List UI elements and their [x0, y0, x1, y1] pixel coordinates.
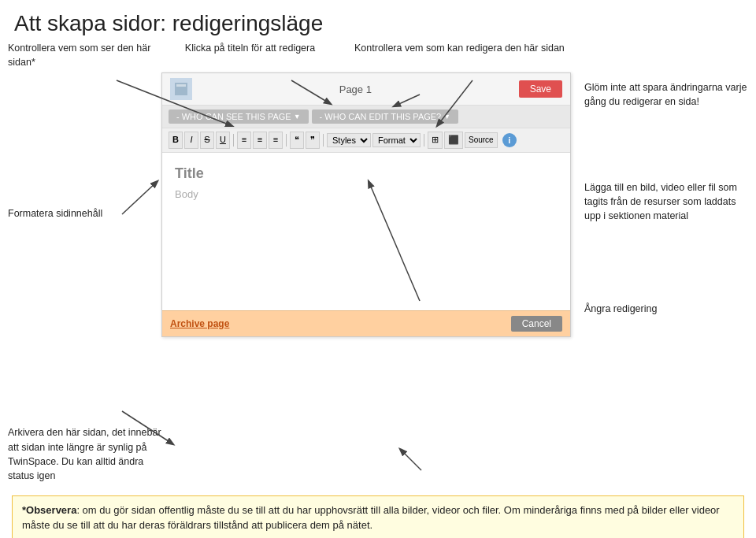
mockup-top-bar: Page 1 Save	[162, 73, 570, 106]
editor-body-placeholder: Body	[175, 188, 558, 200]
cancel-button[interactable]: Cancel	[511, 316, 562, 332]
strikethrough-button[interactable]: S	[200, 132, 214, 148]
format-dropdown[interactable]: Format	[372, 133, 421, 147]
align-left-button[interactable]: ≡	[237, 132, 251, 148]
source-button[interactable]: Source	[465, 132, 498, 148]
mockup-container: Page 1 Save - WHO CAN SEE THIS PAGE ▼ - …	[161, 72, 575, 483]
annotation-angra: Ångra redigering	[584, 302, 748, 316]
underline-button[interactable]: U	[216, 132, 230, 148]
permissions-bar: - WHO CAN SEE THIS PAGE ▼ - WHO CAN EDIT…	[162, 106, 570, 128]
align-center-button[interactable]: ≡	[253, 132, 267, 148]
media-button[interactable]: ⬛	[444, 132, 463, 148]
annotation-top-center: Klicka på titeln för att redigera	[161, 41, 339, 69]
table-button[interactable]: ⊞	[428, 132, 443, 148]
editor-title-placeholder: Title	[175, 165, 558, 182]
editor-area[interactable]: Title Body	[162, 153, 570, 310]
bottom-note: *Observera: om du gör sidan offentlig må…	[12, 495, 744, 538]
info-icon: i	[502, 133, 517, 147]
mockup-page-title: Page 1	[200, 83, 511, 95]
editor-toolbar: B I S U ≡ ≡ ≡ ❝ ❞ Styles Forma	[162, 128, 570, 152]
quote-end-button[interactable]: ❞	[306, 132, 320, 148]
left-annotations-col: Formatera sidinnehåll Arkivera den här s…	[8, 72, 161, 483]
annotation-lagg: Lägga till en bild, video eller fil som …	[584, 180, 748, 223]
align-right-button[interactable]: ≡	[269, 132, 283, 148]
italic-button[interactable]: I	[184, 132, 198, 148]
toolbar-separator	[233, 134, 234, 147]
annotation-top-right: Kontrollera vem som kan redigera den här…	[354, 41, 565, 69]
toolbar-separator-3	[323, 134, 324, 147]
styles-dropdown[interactable]: Styles	[327, 133, 371, 147]
chevron-down-icon: ▼	[294, 113, 301, 121]
archive-bar: Archive page Cancel	[162, 310, 570, 336]
toolbar-separator-4	[424, 134, 424, 147]
bold-button[interactable]: B	[169, 132, 183, 148]
annotation-save: Glöm inte att spara ändringarna varje gå…	[584, 80, 748, 109]
toolbar-separator-2	[286, 134, 287, 147]
save-button[interactable]: Save	[519, 80, 562, 98]
archive-label: Archive page	[170, 318, 229, 329]
annotation-formatera: Formatera sidinnehåll	[8, 206, 161, 221]
page-title: Att skapa sidor: redigeringsläge	[0, 0, 756, 41]
who-can-edit-button[interactable]: - WHO CAN EDIT THIS PAGE? ▼	[312, 109, 459, 124]
bottom-note-text: : om du gör sidan offentlig måste du se …	[22, 504, 720, 532]
quote-button[interactable]: ❝	[290, 132, 304, 148]
who-can-see-button[interactable]: - WHO CAN SEE THIS PAGE ▼	[169, 109, 309, 124]
chevron-down-icon: ▼	[443, 113, 450, 121]
bottom-note-strong: *Observera	[22, 504, 76, 516]
svg-rect-1	[176, 84, 186, 87]
page-thumbnail	[170, 78, 192, 100]
annotation-arkivera: Arkivera den här sidan, det innebär att …	[8, 425, 161, 483]
right-annotations-col: Glöm inte att spara ändringarna varje gå…	[575, 72, 748, 483]
annotation-top-left: Kontrollera vem som ser den här sidan*	[8, 41, 161, 69]
